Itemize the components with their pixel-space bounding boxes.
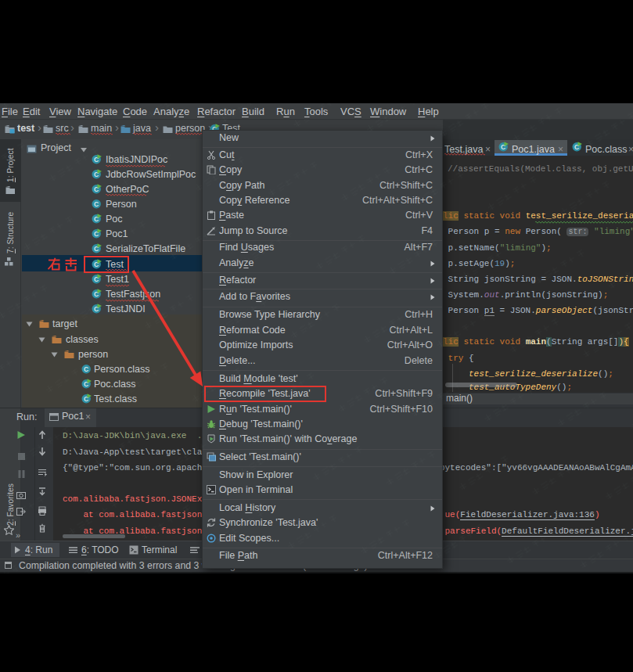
svg-text:C: C xyxy=(94,199,99,207)
svg-text:C: C xyxy=(84,365,88,372)
